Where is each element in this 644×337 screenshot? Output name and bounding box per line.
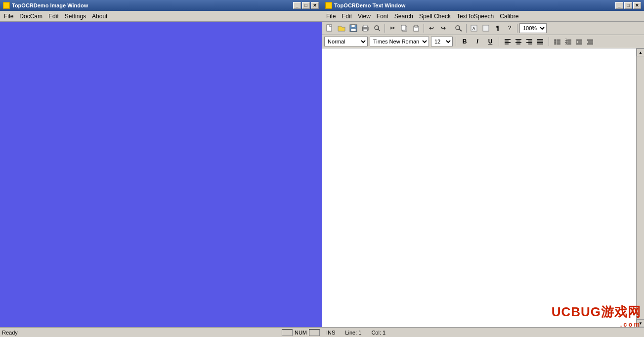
svg-rect-10 [401, 25, 406, 30]
print-button[interactable] [360, 23, 371, 34]
svg-rect-2 [351, 25, 355, 27]
svg-rect-6 [363, 29, 367, 31]
separator1 [385, 24, 385, 33]
text-window-titlebar: TopOCRDemo Text Window _ □ ✕ [322, 0, 644, 11]
svg-point-7 [375, 26, 379, 30]
special2-button[interactable] [480, 23, 491, 34]
list-group: 1.2.3. [552, 36, 596, 47]
format-sep1 [456, 37, 456, 46]
menu-settings[interactable]: Settings [62, 12, 89, 21]
svg-rect-5 [363, 25, 367, 27]
image-window-titlebar: TopOCRDemo Image Window _ □ ✕ [0, 0, 322, 11]
special4-button[interactable]: ? [504, 23, 515, 34]
menu-doccam[interactable]: DocCam [16, 12, 45, 21]
undo-button[interactable]: ↩ [426, 23, 437, 34]
menu-file[interactable]: File [1, 12, 16, 21]
redo-button[interactable]: ↪ [438, 23, 449, 34]
text-menubar: File Edit View Font Search Spell Check T… [322, 11, 644, 22]
save-button[interactable] [348, 23, 359, 34]
text-content-area: ▲ ▼ [322, 48, 644, 327]
align-justify-button[interactable] [535, 36, 546, 47]
status-num: NUM [295, 330, 307, 336]
separator4 [466, 24, 467, 33]
status-indicator2 [309, 329, 320, 336]
separator5 [517, 24, 517, 33]
underline-button[interactable]: U [485, 36, 496, 47]
align-group [502, 36, 546, 47]
svg-line-8 [378, 29, 380, 31]
text-menu-tts[interactable]: TextToSpeech [454, 12, 497, 21]
text-menu-search[interactable]: Search [391, 12, 416, 21]
svg-rect-12 [415, 25, 418, 27]
text-editor[interactable] [322, 48, 636, 327]
font-select[interactable]: Times New Roman Arial Calibri Courier Ne… [370, 37, 429, 46]
find-button[interactable] [453, 23, 464, 34]
style-select[interactable]: Normal Heading 1 Heading 2 Heading 3 [324, 37, 368, 46]
italic-button[interactable]: I [472, 36, 483, 47]
ins-indicator: INS [326, 330, 335, 336]
text-menu-calibre[interactable]: Calibre [497, 12, 521, 21]
text-titlebar-controls: _ □ ✕ [615, 2, 641, 9]
new-button[interactable] [324, 23, 335, 34]
scrollbar-thumb[interactable] [637, 56, 644, 319]
toolbar-row: ✂ ↩ ↪ A [322, 22, 644, 35]
svg-rect-3 [351, 29, 356, 31]
unordered-list-button[interactable] [552, 36, 563, 47]
text-menu-view[interactable]: View [355, 12, 374, 21]
separator2 [424, 24, 424, 33]
text-minimize-button[interactable]: _ [615, 2, 623, 9]
ordered-list-button[interactable]: 1.2.3. [563, 36, 574, 47]
align-center-button[interactable] [513, 36, 524, 47]
minimize-button[interactable]: _ [293, 2, 301, 9]
line-indicator: Line: 1 [345, 330, 361, 336]
text-menu-spellcheck[interactable]: Spell Check [416, 12, 454, 21]
text-window: TopOCRDemo Text Window _ □ ✕ File Edit V… [322, 0, 644, 337]
special3-button[interactable]: ¶ [492, 23, 503, 34]
preview-button[interactable] [372, 23, 383, 34]
text-app-icon [325, 2, 332, 9]
col-indicator: Col: 1 [371, 330, 386, 336]
svg-rect-17 [483, 25, 489, 31]
svg-rect-0 [327, 25, 332, 31]
image-window-title: TopOCRDemo Image Window [12, 2, 88, 8]
image-window: TopOCRDemo Image Window _ □ ✕ File DocCa… [0, 0, 322, 337]
paste-button[interactable] [411, 23, 422, 34]
cut-button[interactable]: ✂ [387, 23, 398, 34]
svg-line-14 [459, 29, 462, 31]
text-statusbar: INS Line: 1 Col: 1 [322, 327, 644, 337]
svg-point-13 [456, 26, 460, 30]
align-right-button[interactable] [524, 36, 535, 47]
size-select[interactable]: 12 8 10 14 16 18 24 [431, 37, 453, 46]
format-sep2 [499, 37, 499, 46]
menu-edit[interactable]: Edit [45, 12, 62, 21]
text-window-title: TopOCRDemo Text Window [334, 2, 405, 8]
scrollbar: ▲ ▼ [636, 48, 644, 327]
scroll-up-button[interactable]: ▲ [637, 48, 644, 56]
svg-point-34 [555, 40, 556, 41]
formatting-row: Normal Heading 1 Heading 2 Heading 3 Tim… [322, 35, 644, 48]
special1-button[interactable]: A [469, 23, 479, 34]
maximize-button[interactable]: □ [302, 2, 310, 9]
image-canvas [0, 22, 322, 327]
scroll-down-button[interactable]: ▼ [637, 319, 644, 327]
open-button[interactable] [336, 23, 347, 34]
align-left-button[interactable] [502, 36, 513, 47]
decrease-indent-button[interactable] [574, 36, 585, 47]
text-menu-file[interactable]: File [323, 12, 339, 21]
format-sep3 [549, 37, 549, 46]
copy-button[interactable] [399, 23, 410, 34]
svg-point-36 [555, 42, 556, 43]
increase-indent-button[interactable] [585, 36, 596, 47]
zoom-select[interactable]: 100% 50% 75% 125% 150% 200% [519, 23, 547, 33]
text-menu-edit[interactable]: Edit [339, 12, 355, 21]
svg-text:A: A [472, 26, 475, 31]
text-menu-font[interactable]: Font [374, 12, 391, 21]
text-maximize-button[interactable]: □ [624, 2, 632, 9]
menu-about[interactable]: About [89, 12, 110, 21]
text-close-button[interactable]: ✕ [633, 2, 641, 9]
status-indicator [282, 329, 293, 336]
bold-button[interactable]: B [459, 36, 470, 47]
svg-point-38 [555, 43, 556, 45]
image-menubar: File DocCam Edit Settings About [0, 11, 322, 22]
close-button[interactable]: ✕ [311, 2, 319, 9]
